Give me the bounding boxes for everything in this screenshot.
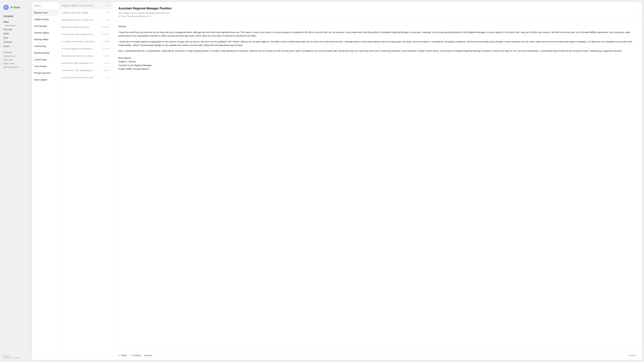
forward-icon: ↪ (130, 354, 132, 357)
email-list: t dignissim aliquet. Viverra arnet aliqu… (59, 2, 112, 360)
email-list-item[interactable]: s lorem cursus cras. Adipiscing mattis A… (59, 67, 112, 74)
sidebar-item-newsletters[interactable]: Newsletters (3, 24, 28, 27)
email-snippet: s lorem cursus cras. Adipiscing mattis (62, 69, 95, 71)
sidebar-header: R Hi, Ryan! (3, 5, 28, 10)
signature-name: Dwight K. Schrute (118, 60, 636, 63)
contact-item-jeremy-halpert[interactable]: Jeremy Halpert (32, 29, 58, 36)
email-snippet: et volutpat velit. Mi tellus turpis nisi… (62, 40, 95, 43)
email-time: Sep 25 (104, 55, 110, 57)
email-time: Jul 2 (106, 76, 110, 78)
email-list-item[interactable]: irent ultrices sed nam leo. Eu id egesta… (59, 52, 112, 60)
sidebar-item-archived[interactable]: Archived (3, 40, 28, 44)
contact-item-jessica-day[interactable]: Jessica Day (32, 43, 58, 50)
archive-button[interactable]: Archive (629, 354, 636, 357)
reply-icon: ↩ (118, 354, 120, 357)
contact-item-ronald-swanson[interactable]: Ronald Swanson (32, 70, 58, 76)
email-salutation: Michael, (118, 25, 636, 28)
contact-item-nicholas-miller[interactable]: Nicholas Miller (32, 36, 58, 43)
sidebar-item-drafts[interactable]: Drafts (3, 31, 28, 36)
email-from: from: Dwight Schrute (dwight.schrute@dun… (118, 11, 636, 15)
snooze-button[interactable]: Snooze (144, 354, 152, 357)
email-snippet: et aliquam diam proin. Sagittis (62, 11, 95, 14)
contact-item-cece-parekh[interactable]: Cece Parekh (32, 63, 58, 70)
search-input[interactable] (34, 4, 56, 7)
email-snippet: ue quis in fames fermentum ut vitae (62, 76, 95, 79)
contact-item-pam-beasley[interactable]: Pam Beasley (32, 23, 58, 29)
email-snippet: incidunt tortor eget consectetur. Turpis (62, 62, 95, 64)
email-paragraph-2: I would like to formally submit my appli… (118, 40, 636, 47)
snooze-label: Snooze (144, 354, 152, 357)
email-paragraph-1: I hope this email finds you well and not… (118, 31, 636, 38)
email-to: to: Ryan Zanardi (ryan@aesso.com) (118, 15, 636, 18)
greeting-text: Hi, Ryan! (10, 6, 20, 9)
contact-item-michael-scott[interactable]: Michael Scott (32, 9, 58, 16)
email-snippet: irent ultrices sed nam leo. Eu id egesta… (62, 55, 95, 57)
email-list-item[interactable]: ndit pellentesque enim. Iaculis urna 9:0… (59, 16, 112, 24)
favorites-label: Favorites (3, 51, 28, 54)
favorite-item-sales-team[interactable]: Sales team (3, 58, 28, 62)
email-snippet: s mauris. Dolor eget a habitant massa (62, 33, 95, 35)
favorite-item-with-attachments[interactable]: With attachments (3, 65, 28, 69)
footer-tagline: Simplicity by design. (3, 357, 28, 359)
avatar: R (3, 5, 9, 10)
email-actions: ↩ Reply ↪ Forward Snooze Archive (112, 351, 642, 360)
email-time: 13:56 (105, 11, 110, 13)
email-detail-header: Assistant Regional Manager Position from… (112, 2, 642, 21)
reply-label: Reply (121, 354, 127, 357)
contact-list: Michael Scott Dwight Schrute Pam Beasley… (32, 2, 59, 360)
favorite-item-major-clients[interactable]: Major clients (3, 62, 28, 65)
sidebar-footer: Aesso® Simplicity by design. (3, 355, 28, 359)
sidebar-item-snoozed[interactable]: Snoozed (3, 27, 28, 31)
email-snippet: rit. Viverra egestas nunc tristique sem (62, 48, 95, 50)
email-list-item[interactable]: incidunt tortor eget consectetur. Turpis… (59, 60, 112, 67)
expand-icon[interactable]: ⛶ (633, 7, 636, 10)
contact-item-april-ludgate[interactable]: April Ludgate (32, 76, 58, 83)
sidebar: R Hi, Ryan! Compose Inbox Newsletters Sn… (0, 0, 32, 362)
email-time: Monday (103, 48, 110, 50)
email-time: 9:03 (106, 19, 110, 21)
email-list-item[interactable]: t dignissim aliquet. Viverra arnet aliqu… (59, 2, 112, 9)
forward-button[interactable]: ↪ Forward (130, 353, 141, 357)
contact-item-dwight-schrute[interactable]: Dwight Schrute (32, 16, 58, 23)
email-snippet: ndit pellentesque enim. Iaculis urna (62, 19, 95, 21)
contact-item-winston-bishop[interactable]: Winston Bishop (32, 50, 58, 56)
email-list-item[interactable]: et aliquam diam proin. Sagittis 13:56 (59, 9, 112, 16)
archive-label: Archive (629, 354, 636, 357)
email-time: 15:14 (105, 4, 110, 6)
forward-label: Forward (133, 354, 141, 357)
signature-title: Assistant to the Regional Manager (118, 63, 636, 67)
footer-brand: Aesso® (3, 355, 28, 357)
sidebar-item-sent[interactable]: Sent (3, 36, 28, 40)
email-list-item[interactable]: et volutpat velit. Mi tellus turpis nisi… (59, 38, 112, 45)
nav-section: Inbox Newsletters Snoozed Drafts Sent Ar… (3, 20, 28, 48)
reply-button[interactable]: ↩ Reply (118, 353, 127, 357)
email-paragraph-3: Now, I understand that this is a big dec… (118, 49, 636, 53)
email-time: Tuesday (102, 40, 110, 42)
favorite-item-michael-scott[interactable]: Michael Scott (3, 54, 28, 58)
email-list-item[interactable]: rit. Viverra egestas nunc tristique sem … (59, 45, 112, 52)
email-time: Sep 4 (105, 62, 110, 64)
email-time: Aug 30 (104, 69, 110, 71)
email-detail: Assistant Regional Manager Position from… (112, 2, 642, 360)
email-list-item[interactable]: ue quis in fames fermentum ut vitae Jul … (59, 74, 112, 81)
email-snippet: Interdum venenatis nisl nibh sit (62, 26, 95, 28)
sidebar-item-saved[interactable]: Saved (3, 44, 28, 48)
email-body: Michael, I hope this email finds you wel… (112, 21, 642, 351)
favorites-section: Favorites Michael Scott Sales team Major… (3, 51, 28, 69)
email-list-item[interactable]: s mauris. Dolor eget a habitant massa Ye… (59, 31, 112, 38)
main-area: Michael Scott Dwight Schrute Pam Beasley… (32, 2, 642, 360)
email-time: Yesterday (101, 33, 110, 35)
contact-item-leslie-knope[interactable]: Leslie Knope (32, 56, 58, 63)
compose-button[interactable]: Compose (3, 14, 28, 18)
email-time: Yesterday (101, 26, 110, 28)
email-list-item[interactable]: Interdum venenatis nisl nibh sit Yesterd… (59, 24, 112, 31)
signature-company: Dunder Mifflin, Scranton Branch (118, 67, 636, 71)
sidebar-item-inbox[interactable]: Inbox (3, 20, 28, 24)
search-bar (32, 2, 58, 9)
email-snippet: t dignissim aliquet. Viverra arnet aliqu… (62, 4, 95, 7)
email-subject: Assistant Regional Manager Position (118, 7, 636, 10)
email-closing: Best regards, (118, 56, 636, 60)
email-signature: Best regards, Dwight K. Schrute Assistan… (118, 56, 636, 71)
